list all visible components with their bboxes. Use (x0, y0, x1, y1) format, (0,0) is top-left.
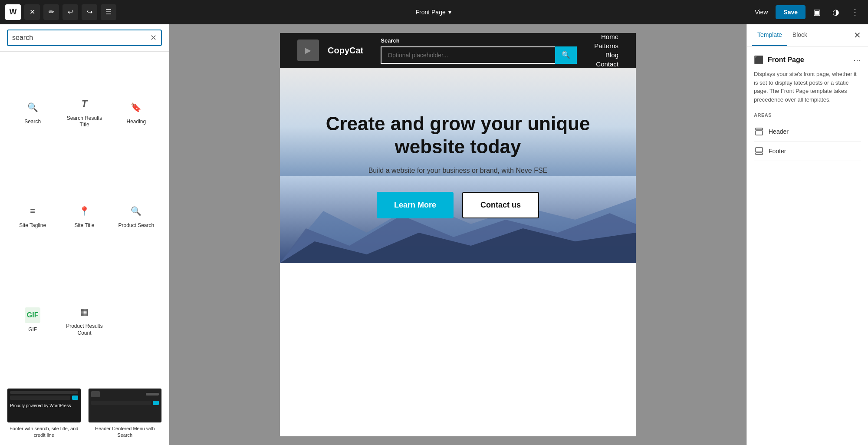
wp-logo-icon[interactable]: W (5, 4, 21, 20)
top-bar-center: Front Page ▾ (120, 9, 747, 16)
footer-area-label: Footer (769, 148, 786, 155)
svg-rect-7 (756, 153, 763, 155)
pattern-thumb-header-search[interactable]: Header Centered Menu with Search (88, 388, 162, 438)
product-results-count-icon: ▦ (76, 304, 92, 320)
thumb-search-btn-2 (153, 401, 159, 405)
save-button[interactable]: Save (776, 5, 806, 19)
search-input[interactable] (12, 34, 150, 42)
block-item-heading[interactable]: 🔖 Heading (111, 59, 162, 166)
search-input-wrap: ✕ (7, 30, 162, 46)
pattern-name-2: Header Centered Menu with Search (88, 425, 162, 438)
search-clear-button[interactable]: ✕ (150, 33, 157, 43)
pattern-thumb-footer-search[interactable]: Proudly powered by WordPress Footer with… (7, 388, 81, 438)
thumb-bar-1 (10, 391, 78, 394)
hero-title: Create and grow your unique website toda… (297, 112, 618, 158)
block-item-product-results-count[interactable]: ▦ Product Results Count (59, 267, 110, 374)
pattern-name-1: Footer with search, site title, and cred… (7, 425, 81, 438)
block-label-gif: GIF (28, 326, 37, 333)
thumb-search-btn (72, 396, 78, 400)
right-panel-tabs: Template Block ✕ (747, 24, 868, 46)
thumb-credit-label: Proudly powered by WordPress (10, 403, 78, 408)
header-area-icon (754, 126, 764, 137)
right-panel-body: ⬛ Front Page ⋯ Displays your site's fron… (747, 46, 868, 445)
site-nav: Home Patterns Blog Contact (594, 33, 618, 68)
site-header: ▶ CopyCat Search 🔍 Home Patterns Blog Co… (280, 33, 636, 68)
site-search-input[interactable] (381, 46, 555, 64)
site-search-area: Search 🔍 (381, 37, 577, 64)
view-button[interactable]: View (750, 6, 772, 18)
site-tagline-icon: ≡ (25, 203, 40, 219)
rp-area-header[interactable]: Header (754, 122, 861, 142)
block-item-search-results-title[interactable]: T Search Results Title (59, 59, 110, 166)
block-label-product-results-count: Product Results Count (62, 323, 106, 336)
preview-mode-button[interactable]: ▣ (809, 4, 825, 20)
svg-rect-6 (756, 148, 763, 152)
pattern-list: Proudly powered by WordPress Footer with… (0, 381, 169, 445)
thumb-input (10, 396, 70, 400)
main-layout: ✕ 🔍 Search T Search Results Title 🔖 Head… (0, 24, 868, 445)
close-button[interactable]: ✕ (24, 4, 40, 20)
block-item-search[interactable]: 🔍 Search (7, 59, 58, 166)
hero-content: Create and grow your unique website toda… (297, 112, 618, 219)
pattern-row: Proudly powered by WordPress Footer with… (7, 388, 162, 438)
undo-button[interactable]: ↩ (62, 4, 78, 20)
tab-template[interactable]: Template (752, 24, 787, 46)
page-title-button[interactable]: Front Page ▾ (415, 9, 451, 16)
right-panel: Template Block ✕ ⬛ Front Page ⋯ Displays… (746, 24, 868, 445)
search-bar: ✕ (0, 24, 169, 52)
rp-areas-label: AREAS (754, 112, 861, 118)
block-label-site-title: Site Title (74, 222, 94, 229)
edit-pencil-button[interactable]: ✏ (43, 4, 59, 20)
block-item-gif[interactable]: GIF GIF (7, 267, 58, 374)
canvas-area: ▶ CopyCat Search 🔍 Home Patterns Blog Co… (169, 24, 746, 445)
search-results-title-icon: T (76, 96, 92, 112)
learn-more-button[interactable]: Learn More (377, 192, 454, 218)
header-area-label: Header (769, 128, 789, 135)
page-title-label: Front Page (415, 9, 445, 16)
block-label-heading: Heading (126, 119, 146, 125)
nav-item-home[interactable]: Home (601, 33, 618, 40)
block-item-site-tagline[interactable]: ≡ Site Tagline (7, 166, 58, 267)
thumb-search-row-2 (91, 401, 159, 405)
left-panel: ✕ 🔍 Search T Search Results Title 🔖 Head… (0, 24, 169, 445)
site-search-button[interactable]: 🔍 (555, 46, 577, 64)
nav-item-contact[interactable]: Contact (596, 60, 618, 68)
svg-rect-4 (756, 128, 763, 130)
hero-subtitle: Build a website for your business or bra… (297, 167, 618, 175)
hero-section: Create and grow your unique website toda… (280, 68, 636, 263)
block-label-product-search: Product Search (118, 222, 154, 229)
heading-icon: 🔖 (128, 99, 144, 115)
rp-section-menu-button[interactable]: ⋯ (853, 55, 861, 65)
gif-icon: GIF (25, 307, 40, 323)
canvas-frame: ▶ CopyCat Search 🔍 Home Patterns Blog Co… (280, 33, 636, 436)
rp-area-footer[interactable]: Footer (754, 142, 861, 161)
rp-description: Displays your site's front page, whether… (754, 70, 861, 104)
contact-us-button[interactable]: Contact us (462, 192, 539, 218)
pattern-thumbnail-2 (88, 388, 162, 423)
block-label-search-results-title: Search Results Title (62, 115, 106, 129)
block-grid: 🔍 Search T Search Results Title 🔖 Headin… (0, 52, 169, 381)
site-search-row: 🔍 (381, 46, 577, 64)
chevron-down-icon: ▾ (448, 9, 451, 16)
block-item-product-search[interactable]: 🔍 Product Search (111, 166, 162, 267)
top-bar: W ✕ ✏ ↩ ↪ ☰ Front Page ▾ View Save ▣ ◑ ⋮ (0, 0, 868, 24)
nav-item-patterns[interactable]: Patterns (594, 42, 618, 49)
options-button[interactable]: ⋮ (847, 4, 863, 20)
site-search-label: Search (381, 37, 577, 44)
list-view-button[interactable]: ☰ (101, 4, 116, 20)
template-icon: ⬛ (754, 55, 763, 65)
tab-block[interactable]: Block (787, 24, 812, 46)
nav-item-blog[interactable]: Blog (605, 51, 618, 59)
redo-button[interactable]: ↪ (82, 4, 97, 20)
block-label-search: Search (24, 119, 41, 125)
contrast-button[interactable]: ◑ (828, 4, 844, 20)
product-search-icon: 🔍 (128, 203, 144, 219)
rp-section-header: ⬛ Front Page ⋯ (754, 55, 861, 65)
block-item-site-title[interactable]: 📍 Site Title (59, 166, 110, 267)
search-icon: 🔍 (25, 99, 40, 115)
right-panel-close-button[interactable]: ✕ (852, 28, 863, 42)
block-label-site-tagline: Site Tagline (19, 222, 46, 229)
site-title-icon: 📍 (76, 203, 92, 219)
hero-buttons: Learn More Contact us (297, 192, 618, 218)
rp-section-title: Front Page (768, 56, 804, 64)
